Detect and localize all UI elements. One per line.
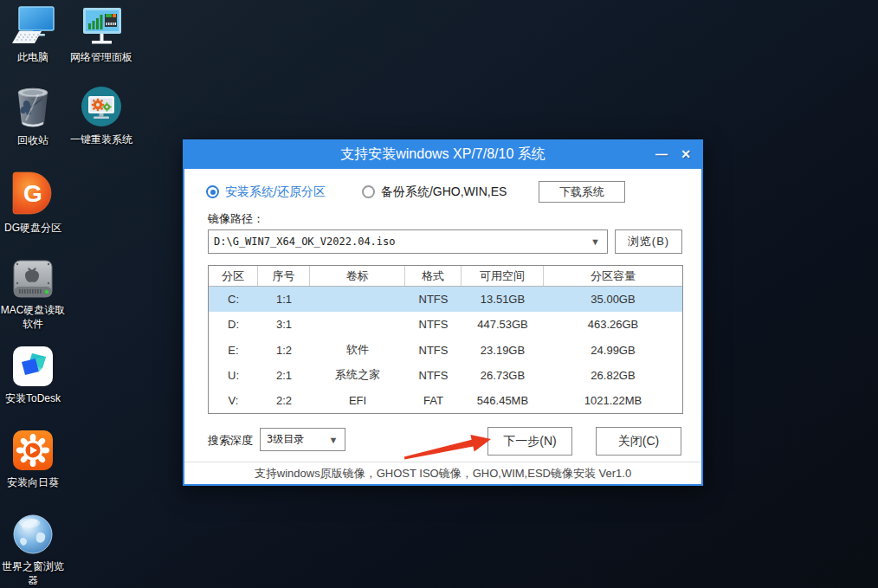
dialog-body: 安装系统/还原分区 备份系统/GHO,WIN,ES 下载系统 镜像路径： ▼ 浏…	[183, 169, 703, 486]
desktop-icon-mac-disk-reader[interactable]: MAC硬盘读取软件	[0, 259, 66, 331]
todesk-icon	[12, 346, 54, 387]
desktop-icon-label: MAC硬盘读取软件	[0, 303, 66, 331]
cell: 13.51GB	[462, 293, 544, 306]
svg-text:G: G	[23, 180, 42, 207]
col-header: 分区容量	[544, 266, 682, 286]
desktop-icon-label: 一键重装系统	[62, 132, 140, 146]
cell: NTFS	[405, 344, 462, 357]
cell: 软件	[310, 342, 405, 358]
image-path-label: 镜像路径：	[208, 211, 264, 227]
desktop-icon-this-pc[interactable]: 此电脑	[2, 4, 64, 64]
col-header: 卷标	[310, 266, 405, 286]
cell: 1:2	[258, 344, 310, 357]
cell: EFI	[310, 394, 405, 407]
download-system-button[interactable]: 下载系统	[539, 181, 625, 203]
dialog-title: 支持安装windows XP/7/8/10 系统	[340, 145, 546, 164]
radio-selected-icon	[206, 185, 219, 198]
recycle-bin-icon	[14, 86, 52, 129]
desktop-icon-todesk[interactable]: 安装ToDesk	[0, 346, 66, 405]
desktop-icon-label: 世界之窗浏览器	[0, 559, 66, 587]
partition-table: 分区 序号 卷标 格式 可用空间 分区容量 C: 1:1 NTFS 13.51G…	[208, 265, 683, 414]
dialog-titlebar: 支持安装windows XP/7/8/10 系统 — ✕	[183, 139, 703, 169]
network-panel-icon	[78, 4, 125, 46]
sunflower-icon	[12, 430, 54, 471]
col-header: 序号	[258, 266, 310, 286]
desktop-icon-label: 此电脑	[2, 50, 64, 64]
search-depth-value: 3级目录	[261, 432, 322, 447]
image-path-box: ▼	[208, 229, 608, 254]
browse-button[interactable]: 浏览(B)	[615, 229, 682, 254]
partition-row-c[interactable]: C: 1:1 NTFS 13.51GB 35.00GB	[209, 287, 682, 312]
cell: 26.82GB	[544, 369, 682, 382]
installer-dialog: 支持安装windows XP/7/8/10 系统 — ✕ 安装系统/还原分区 备…	[183, 139, 703, 486]
diskgenius-icon: G	[10, 170, 56, 216]
radio-backup[interactable]: 备份系统/GHO,WIN,ES	[362, 184, 507, 200]
cell: E:	[209, 344, 258, 357]
cell: 23.19GB	[462, 344, 544, 357]
desktop-icon-world-browser[interactable]: 世界之窗浏览器	[0, 514, 66, 587]
close-icon[interactable]: ✕	[674, 139, 698, 169]
cell: 447.53GB	[462, 318, 544, 331]
next-step-button[interactable]: 下一步(N)	[487, 427, 572, 456]
cell: 463.26GB	[544, 318, 682, 331]
search-depth-label: 搜索深度	[208, 433, 253, 449]
world-browser-icon	[12, 514, 54, 555]
desktop-icon-label: 网络管理面板	[64, 50, 139, 64]
cell: D:	[209, 318, 258, 331]
partition-row-u[interactable]: U: 2:1 系统之家 NTFS 26.73GB 26.82GB	[209, 363, 682, 388]
cell: FAT	[405, 394, 462, 407]
image-path-dropdown-icon[interactable]: ▼	[583, 230, 607, 253]
cell: U:	[209, 369, 258, 382]
desktop-icon-network-panel[interactable]: 网络管理面板	[64, 4, 139, 64]
partition-row-d[interactable]: D: 3:1 NTFS 447.53GB 463.26GB	[209, 312, 682, 337]
mac-disk-reader-icon	[11, 259, 55, 299]
desktop-icon-sunflower[interactable]: 安装向日葵	[0, 430, 66, 489]
cell: C:	[209, 293, 258, 306]
desktop-icon-label: 安装ToDesk	[0, 391, 66, 405]
cell: 系统之家	[310, 367, 405, 383]
cell: NTFS	[405, 293, 462, 306]
radio-label: 备份系统/GHO,WIN,ES	[381, 184, 507, 200]
this-pc-icon	[10, 4, 55, 46]
col-header: 可用空间	[462, 266, 544, 286]
cell: 2:2	[258, 394, 310, 407]
close-dialog-button[interactable]: 关闭(C)	[596, 427, 681, 456]
cell: 2:1	[258, 369, 310, 382]
desktop-icon-reinstall-system[interactable]: 一键重装系统	[62, 85, 140, 146]
partition-table-header: 分区 序号 卷标 格式 可用空间 分区容量	[209, 266, 682, 287]
mode-radio-group: 安装系统/还原分区 备份系统/GHO,WIN,ES	[206, 181, 507, 203]
reinstall-system-icon	[80, 85, 123, 128]
cell: V:	[209, 394, 258, 407]
footer-support-text: 支持windows原版镜像，GHOST ISO镜像，GHO,WIM,ESD镜像安…	[184, 462, 701, 484]
desktop-icon-recycle-bin[interactable]: 回收站	[5, 86, 61, 147]
image-path-input[interactable]	[209, 230, 583, 253]
desktop-icon-label: 回收站	[5, 133, 61, 147]
cell: 1021.22MB	[544, 394, 682, 407]
cell: 546.45MB	[462, 394, 544, 407]
search-depth-select[interactable]: 3级目录 ▼	[260, 428, 345, 451]
radio-unselected-icon	[362, 185, 375, 198]
cell: 26.73GB	[462, 369, 544, 382]
cell: 1:1	[258, 293, 310, 306]
cell: NTFS	[405, 369, 462, 382]
desktop-icon-label: DG硬盘分区	[0, 221, 66, 235]
cell: 24.99GB	[544, 344, 682, 357]
desktop-icon-diskgenius[interactable]: G DG硬盘分区	[0, 170, 66, 235]
col-header: 分区	[209, 266, 258, 286]
cell: 3:1	[258, 318, 310, 331]
partition-row-v[interactable]: V: 2:2 EFI FAT 546.45MB 1021.22MB	[209, 388, 682, 413]
minimize-icon[interactable]: —	[649, 139, 674, 169]
partition-row-e[interactable]: E: 1:2 软件 NTFS 23.19GB 24.99GB	[209, 337, 682, 362]
desktop-icon-label: 安装向日葵	[0, 475, 66, 489]
cell: 35.00GB	[544, 293, 682, 306]
radio-install-restore[interactable]: 安装系统/还原分区	[206, 184, 326, 200]
chevron-down-icon: ▼	[322, 435, 345, 445]
cell: NTFS	[405, 318, 462, 331]
radio-label: 安装系统/还原分区	[225, 184, 326, 200]
col-header: 格式	[405, 266, 462, 286]
